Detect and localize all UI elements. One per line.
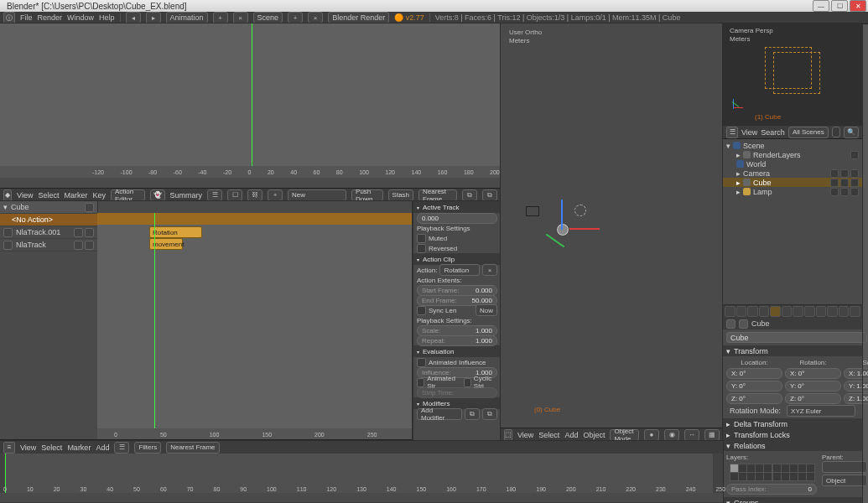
lamp-icon[interactable] — [574, 205, 586, 216]
sel-icon[interactable] — [840, 169, 849, 178]
fwd-button[interactable]: ▸ — [146, 12, 161, 23]
delta-transform-header[interactable]: ▸Delta Transform — [723, 418, 862, 429]
x-axis-handle[interactable] — [569, 228, 600, 230]
tab-render[interactable] — [725, 306, 735, 317]
rotation-mode-dropdown[interactable]: XYZ Euler — [787, 405, 855, 417]
solo-icon[interactable] — [74, 241, 83, 250]
cyclic-checkbox[interactable] — [464, 378, 471, 387]
action-new-dropdown[interactable]: New — [288, 189, 346, 201]
viewport-gizmo-origin[interactable] — [556, 223, 569, 236]
solo-icon[interactable] — [74, 228, 83, 237]
tab-data[interactable] — [804, 306, 815, 317]
scene-row[interactable]: ▾Scene — [723, 141, 862, 150]
nla-cursor[interactable] — [154, 213, 155, 440]
back-button[interactable]: ◂ — [126, 12, 141, 23]
rot-z-field[interactable]: Z: 0° — [785, 393, 841, 404]
rot-y-field[interactable]: Y: 0° — [785, 381, 841, 392]
mode-dropdown[interactable]: Object Mode — [610, 429, 639, 441]
cube-row[interactable]: ▸Cube — [723, 178, 862, 187]
relations-header[interactable]: ▾Relations — [723, 440, 862, 451]
render-icon[interactable] — [850, 188, 859, 196]
lock-icon[interactable] — [85, 241, 94, 250]
scale-z-field[interactable]: Z: 1.000 — [844, 393, 868, 404]
outliner-menu-view[interactable]: View — [741, 128, 757, 137]
repeat-field[interactable]: Repeat:1.000 — [417, 335, 497, 346]
sync-now-button[interactable]: Now — [476, 304, 497, 316]
nla-noaction-row[interactable]: <No Action> — [0, 214, 97, 226]
tab-constraints[interactable] — [782, 306, 793, 317]
speaker-icon[interactable] — [3, 241, 13, 250]
remove-scene-button[interactable]: × — [308, 12, 323, 23]
object-icon[interactable] — [739, 319, 748, 329]
v3d-menu-view[interactable]: View — [517, 431, 533, 439]
clear-action-icon[interactable]: × — [482, 264, 497, 276]
tab-scene[interactable] — [747, 306, 758, 317]
layer-grid-a[interactable] — [730, 464, 771, 480]
transform-locks-header[interactable]: ▸Transform Locks — [723, 429, 862, 440]
dopesheet-menu-view[interactable]: View — [17, 191, 33, 200]
rot-x-field[interactable]: X: 0° — [785, 368, 841, 379]
menu-window[interactable]: Window — [67, 13, 94, 22]
eye-icon[interactable] — [830, 179, 839, 187]
paste-icon[interactable]: ⧉ — [482, 189, 497, 201]
window-minimize-button[interactable]: — — [813, 0, 829, 12]
view3d-editor-icon[interactable]: ⬚ — [504, 429, 512, 441]
shading-solid-icon[interactable]: ● — [644, 429, 659, 441]
loc-z-field[interactable]: Z: 0° — [726, 393, 782, 404]
world-row[interactable]: World — [723, 159, 862, 169]
sync-len-checkbox[interactable] — [417, 306, 426, 315]
viewport-canvas[interactable]: User Ortho Meters (0) Cube — [501, 23, 723, 428]
tl-menu-view[interactable]: View — [20, 443, 36, 452]
loc-y-field[interactable]: Y: 0° — [726, 381, 782, 392]
v3d-menu-object[interactable]: Object — [583, 431, 605, 439]
reversed-checkbox[interactable] — [417, 244, 426, 253]
pushdown-button[interactable]: Push Down — [351, 189, 383, 201]
panel-action-clip[interactable]: ▾Action Clip — [413, 253, 501, 265]
eye-icon[interactable] — [830, 169, 839, 178]
anim-influence-checkbox[interactable] — [417, 358, 426, 367]
z-axis-handle[interactable] — [561, 200, 563, 230]
eye-icon[interactable] — [830, 188, 839, 196]
parent-type-dropdown[interactable]: Object — [822, 474, 867, 486]
scene-icon[interactable] — [726, 319, 735, 329]
tab-particles[interactable] — [839, 306, 850, 317]
dopesheet-snap-dropdown[interactable]: Nearest Frame — [418, 189, 457, 201]
snap2-dropdown[interactable]: Nearest Frame — [166, 442, 219, 454]
pass-index-field[interactable]: Pass Index:0 — [726, 484, 817, 495]
object-name-input[interactable]: Cube — [726, 332, 867, 343]
manipulator-icon[interactable]: ↔ — [684, 429, 699, 441]
muted-checkbox[interactable] — [417, 234, 426, 243]
renderlayers-row[interactable]: ▸RenderLayers — [723, 150, 862, 159]
nla-editor-icon[interactable]: ≡ — [3, 442, 15, 454]
layer-grid-b[interactable] — [772, 464, 813, 480]
screen-layout-dropdown[interactable]: Animation — [166, 12, 208, 23]
nla-strip-rotation[interactable]: Rotation — [149, 226, 202, 238]
tab-physics[interactable] — [850, 306, 860, 317]
filter-arm-icon[interactable]: ⛓ — [247, 189, 262, 201]
ghost-icon[interactable]: 👻 — [150, 189, 165, 201]
search-icon[interactable]: 🔍 — [844, 127, 859, 138]
sel-icon[interactable] — [840, 179, 849, 187]
lamp-row[interactable]: ▸Lamp — [723, 187, 862, 196]
v3d-menu-add[interactable]: Add — [564, 431, 578, 439]
dopesheet-editor-icon[interactable]: ◆ — [3, 189, 12, 201]
remove-layout-button[interactable]: × — [233, 12, 248, 23]
filter-plus-icon[interactable]: + — [268, 189, 283, 201]
window-maximize-button[interactable]: ☐ — [831, 0, 848, 12]
v3d-menu-select[interactable]: Select — [538, 431, 559, 439]
camera-preview-canvas[interactable]: Camera Persp Meters (1) Cube — [723, 23, 862, 126]
transform-panel-header[interactable]: ▾Transform — [723, 345, 862, 356]
menu-help[interactable]: Help — [99, 13, 115, 22]
sel-icon[interactable] — [840, 188, 849, 196]
tab-renderlayers[interactable] — [736, 306, 747, 317]
nla-track-row-1[interactable]: NlaTrack.001 — [0, 226, 97, 239]
tl-menu-marker[interactable]: Marker — [67, 443, 91, 452]
copy-icon[interactable]: ⧉ — [462, 189, 477, 201]
dopesheet-canvas[interactable] — [0, 23, 501, 178]
camera-icon[interactable] — [526, 206, 539, 216]
panel-active-track[interactable]: ▾Active Track — [413, 201, 501, 213]
dopesheet-menu-select[interactable]: Select — [38, 191, 59, 200]
add-layout-button[interactable]: + — [213, 12, 228, 23]
loc-x-field[interactable]: X: 0° — [726, 368, 782, 379]
rl-toggle[interactable] — [850, 151, 859, 159]
